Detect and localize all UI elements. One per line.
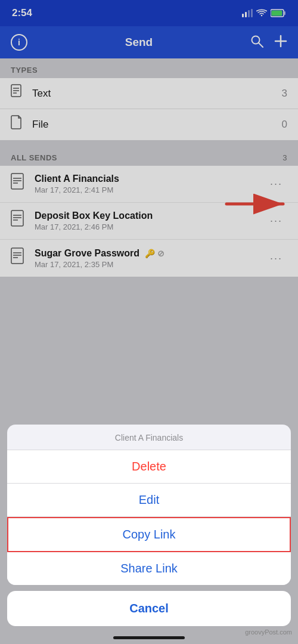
cancel-button[interactable]: Cancel	[7, 591, 291, 626]
cancel-section: Cancel	[7, 591, 291, 626]
share-link-button[interactable]: Share Link	[7, 552, 291, 585]
context-overlay: Client A Financials Delete Edit Copy Lin…	[0, 0, 298, 644]
context-menu: Client A Financials Delete Edit Copy Lin…	[7, 425, 291, 585]
copy-link-button[interactable]: Copy Link	[7, 517, 291, 552]
delete-button[interactable]: Delete	[7, 450, 291, 484]
home-indicator	[113, 636, 185, 639]
edit-button[interactable]: Edit	[7, 484, 291, 517]
context-menu-title: Client A Financials	[7, 425, 291, 450]
context-menu-container: Client A Financials Delete Edit Copy Lin…	[0, 425, 298, 626]
